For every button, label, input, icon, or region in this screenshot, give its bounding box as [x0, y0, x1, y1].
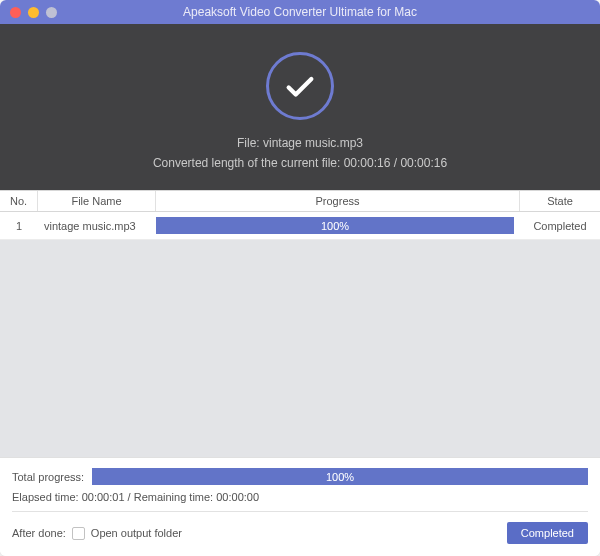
after-done-label: After done:	[12, 527, 66, 539]
table-body: 1 vintage music.mp3 100% Completed	[0, 212, 600, 240]
row-number: 1	[0, 220, 38, 232]
total-progress-bar: 100%	[92, 468, 588, 485]
total-progress-row: Total progress: 100%	[12, 468, 588, 485]
status-file-label: File: vintage music.mp3	[237, 136, 363, 150]
titlebar: Apeaksoft Video Converter Ultimate for M…	[0, 0, 600, 24]
window-title: Apeaksoft Video Converter Ultimate for M…	[0, 5, 600, 19]
column-header-state: State	[520, 191, 600, 211]
open-output-folder-checkbox[interactable]	[72, 527, 85, 540]
maximize-window-button[interactable]	[46, 7, 57, 18]
column-header-no: No.	[0, 191, 38, 211]
app-window: Apeaksoft Video Converter Ultimate for M…	[0, 0, 600, 556]
status-converted-label: Converted length of the current file: 00…	[153, 156, 447, 170]
traffic-lights	[10, 7, 57, 18]
status-area: File: vintage music.mp3 Converted length…	[0, 24, 600, 190]
total-progress-label: Total progress:	[12, 471, 84, 483]
row-state: Completed	[520, 220, 600, 232]
table-empty-area	[0, 240, 600, 457]
row-filename: vintage music.mp3	[38, 220, 156, 232]
bottom-section: Total progress: 100% Elapsed time: 00:00…	[0, 457, 600, 556]
table-header: No. File Name Progress State	[0, 190, 600, 212]
completed-button[interactable]: Completed	[507, 522, 588, 544]
column-header-progress: Progress	[156, 191, 520, 211]
column-header-filename: File Name	[38, 191, 156, 211]
row-progress-bar: 100%	[156, 217, 514, 234]
minimize-window-button[interactable]	[28, 7, 39, 18]
success-check-icon	[266, 52, 334, 120]
time-row: Elapsed time: 00:00:01 / Remaining time:…	[12, 491, 588, 512]
close-window-button[interactable]	[10, 7, 21, 18]
open-output-folder-label: Open output folder	[91, 527, 182, 539]
table-row: 1 vintage music.mp3 100% Completed	[0, 212, 600, 240]
row-progress: 100%	[156, 217, 520, 234]
after-done-row: After done: Open output folder Completed	[12, 522, 588, 544]
